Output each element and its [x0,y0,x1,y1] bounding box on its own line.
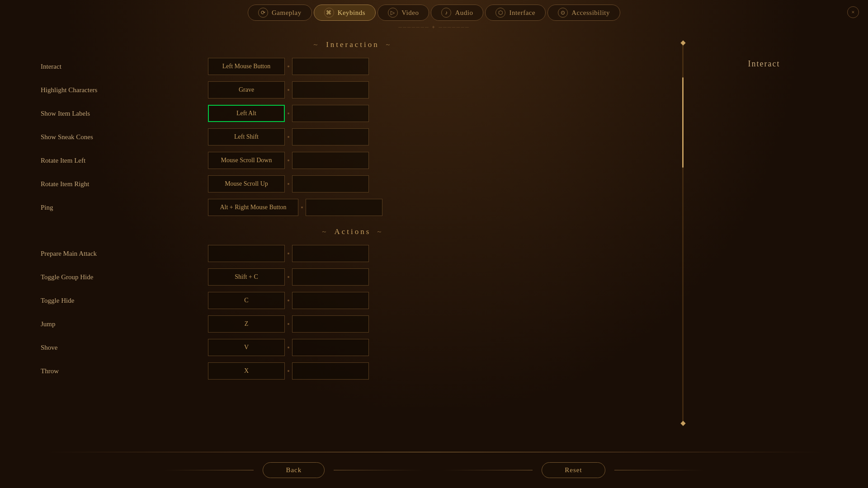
keybind-label-ping: Ping [36,204,208,211]
settings-page: ⟳ Gameplay ⌘ Keybinds ▷ Video ♪ Audio ⬡ … [0,0,868,488]
keybind-label-highlight: Highlight Characters [36,86,208,94]
separator [288,276,289,278]
bottom-bar: Back Reset [0,452,868,488]
table-row: Throw X [36,359,669,383]
accessibility-icon: ⊙ [558,8,568,18]
keybind-label-prepare-attack: Prepare Main Attack [36,250,208,258]
keybind-btn-toggle-hide-secondary[interactable] [292,292,369,309]
audio-icon: ♪ [441,8,451,18]
keybind-btn-jump-secondary[interactable] [292,315,369,333]
keybind-btn-prepare-attack-primary[interactable] [208,245,285,262]
keybind-btn-highlight-secondary[interactable] [292,81,369,99]
keybind-label-jump: Jump [36,320,208,328]
tab-keybinds[interactable]: ⌘ Keybinds [314,5,376,21]
keybind-btn-throw-secondary[interactable] [292,362,369,380]
table-row: Ping Alt + Right Mouse Button [36,196,669,219]
keybind-btn-shove-primary[interactable]: V [208,339,285,356]
keybinds-icon: ⌘ [324,8,334,18]
keybind-panel[interactable]: Interaction Interact Left Mouse Button H… [36,32,669,434]
keybind-btn-rotate-right-primary[interactable]: Mouse Scroll Up [208,175,285,192]
reset-button[interactable]: Reset [542,462,605,478]
keybind-btn-toggle-group-hide-primary[interactable]: Shift + C [208,268,285,286]
separator [288,300,289,301]
tab-video-label: Video [401,9,419,17]
deco-line-right2 [614,470,705,470]
separator [288,347,289,348]
keybind-label-shove: Shove [36,344,208,352]
table-row: Rotate Item Right Mouse Scroll Up [36,172,669,196]
bottom-divider [45,452,823,452]
tab-audio[interactable]: ♪ Audio [431,5,483,21]
scroll-track[interactable] [682,41,684,425]
tab-accessibility-label: Accessibility [571,9,610,17]
table-row: Toggle Group Hide Shift + C [36,265,669,289]
gameplay-icon: ⟳ [258,8,268,18]
keybind-label-sneak-cones: Show Sneak Cones [36,133,208,141]
separator [288,113,289,114]
tab-gameplay-label: Gameplay [272,9,302,17]
table-row: Prepare Main Attack [36,242,669,265]
section-header-actions: Actions [36,227,669,236]
keybind-btn-show-item-labels-secondary[interactable] [292,105,369,122]
keybind-info-label: Interact [748,59,780,69]
keybind-btn-show-item-labels-primary[interactable]: Left Alt [208,105,285,122]
keybind-btn-ping-primary[interactable]: Alt + Right Mouse Button [208,199,298,216]
keybind-btn-interact-secondary[interactable] [292,58,369,75]
interface-icon: ⬡ [495,8,505,18]
separator [288,253,289,254]
table-row: Show Sneak Cones Left Shift [36,125,669,149]
tab-gameplay[interactable]: ⟳ Gameplay [248,5,312,21]
scroll-decoration [669,32,696,434]
scroll-diamond-top [680,40,685,45]
content-area: Interaction Interact Left Mouse Button H… [0,32,868,434]
tab-keybinds-label: Keybinds [338,9,366,17]
separator [288,89,289,91]
keybind-label-throw: Throw [36,367,208,375]
keybind-btn-sneak-cones-secondary[interactable] [292,128,369,145]
close-button[interactable]: × [847,6,859,18]
keybind-btn-rotate-left-primary[interactable]: Mouse Scroll Down [208,152,285,169]
keybind-btn-jump-primary[interactable]: Z [208,315,285,333]
table-row: Highlight Characters Grave [36,78,669,102]
tab-audio-label: Audio [455,9,473,17]
separator [288,136,289,138]
back-button[interactable]: Back [263,462,325,478]
scroll-thumb [682,77,684,168]
deco-line-left2 [442,470,533,470]
separator [288,323,289,325]
tab-video[interactable]: ▷ Video [377,5,429,21]
separator [288,160,289,161]
tab-interface[interactable]: ⬡ Interface [485,5,546,21]
keybind-btn-rotate-left-secondary[interactable] [292,152,369,169]
table-row: Rotate Item Left Mouse Scroll Down [36,149,669,172]
keybind-btn-ping-secondary[interactable] [306,199,382,216]
keybind-btn-toggle-hide-primary[interactable]: C [208,292,285,309]
keybind-btn-toggle-group-hide-secondary[interactable] [292,268,369,286]
keybind-label-rotate-left: Rotate Item Left [36,157,208,164]
right-info-panel: Interact [696,32,832,434]
keybind-btn-sneak-cones-primary[interactable]: Left Shift [208,128,285,145]
separator [288,183,289,185]
top-nav: ⟳ Gameplay ⌘ Keybinds ▷ Video ♪ Audio ⬡ … [0,0,868,23]
keybind-btn-highlight-primary[interactable]: Grave [208,81,285,99]
video-icon: ▷ [388,8,398,18]
keybind-btn-prepare-attack-secondary[interactable] [292,245,369,262]
deco-line-left [163,470,254,470]
tab-accessibility[interactable]: ⊙ Accessibility [547,5,620,21]
separator [288,370,289,372]
keybind-label-interact: Interact [36,63,208,70]
keybind-label-toggle-group-hide: Toggle Group Hide [36,273,208,281]
table-row: Interact Left Mouse Button [36,55,669,78]
keybind-btn-shove-secondary[interactable] [292,339,369,356]
separator [288,66,289,67]
keybind-label-show-item-labels: Show Item Labels [36,110,208,117]
keybind-label-rotate-right: Rotate Item Right [36,180,208,188]
separator [301,206,303,208]
keybind-btn-interact-primary[interactable]: Left Mouse Button [208,58,285,75]
section-header-interaction: Interaction [36,40,669,49]
keybind-btn-rotate-right-secondary[interactable] [292,175,369,192]
table-row: Show Item Labels Left Alt [36,102,669,125]
keybind-btn-throw-primary[interactable]: X [208,362,285,380]
scroll-diamond-bottom [680,421,685,426]
top-decoration: ─────── ✦ ─────── [0,23,868,32]
